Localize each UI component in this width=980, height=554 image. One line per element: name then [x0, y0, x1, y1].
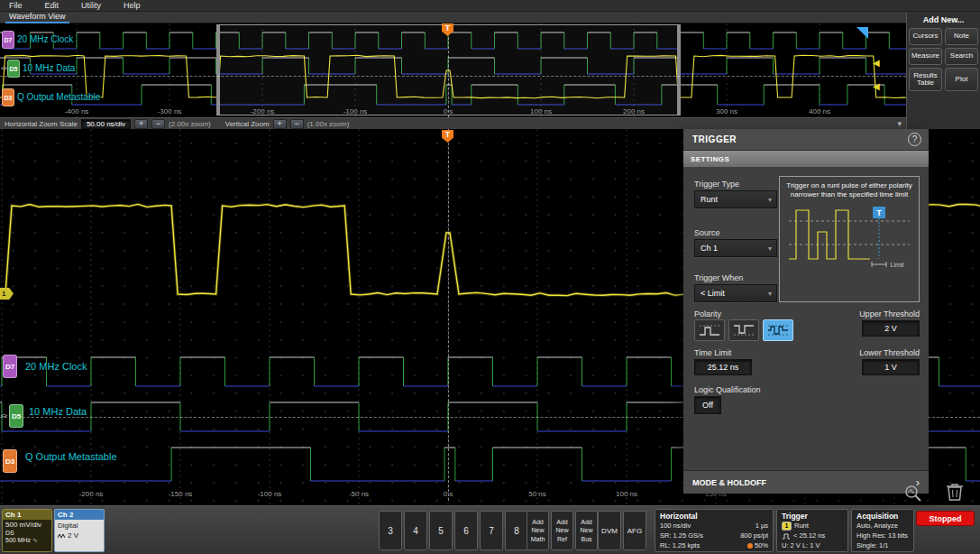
add-new-bus-button[interactable]: AddNewBus	[575, 511, 598, 550]
ch1-level-arrow-icon[interactable]	[873, 81, 880, 91]
measure-button[interactable]: Measure	[909, 48, 942, 65]
horizontal-zoom-value[interactable]: 50.00 ns/div	[81, 119, 131, 129]
stopped-button[interactable]: Stopped	[916, 511, 975, 526]
add-new-math-button[interactable]: AddNewMath	[527, 511, 549, 550]
polarity-positive-button[interactable]	[694, 319, 725, 341]
ch1-level-arrow-icon[interactable]	[873, 58, 880, 68]
trigger-status-panel[interactable]: Trigger 1Runt < 25.12 ns U: 2 V L: 1 V	[776, 509, 848, 552]
help-icon[interactable]: ?	[908, 133, 921, 146]
trigger-type-value: Runt	[794, 522, 809, 531]
horizontal-zoom-in-button[interactable]: +	[134, 119, 148, 129]
ch1-scale: 500 mV/div	[3, 520, 51, 529]
vertical-zoom-in-button[interactable]: +	[273, 119, 287, 129]
overview-badge-d7[interactable]: D7	[2, 31, 14, 49]
time-label: -100 ns	[258, 490, 282, 498]
ch2-name: Ch 2	[55, 510, 104, 520]
add-new-title: Add New...	[907, 15, 980, 24]
channel-3-button[interactable]: 3	[379, 511, 402, 550]
menu-help[interactable]: Help	[114, 1, 154, 10]
trigger-level-indicator-icon[interactable]	[856, 27, 868, 39]
time-label: 400 ns	[809, 107, 830, 115]
channel-8-button[interactable]: 8	[505, 511, 528, 550]
record-length: RL: 1.25 kpts	[660, 541, 703, 551]
time-label: -200 ns	[79, 490, 104, 498]
source-value: Ch 1	[701, 244, 718, 253]
position-value: 50%	[755, 541, 768, 549]
mode-holdoff-section[interactable]: MODE & HOLDOFF ›	[683, 470, 929, 494]
trigger-description-text: Trigger on a runt pulse of either polari…	[785, 181, 913, 200]
trigger-when-dropdown[interactable]: < Limit	[694, 284, 777, 302]
trigger-position-line	[448, 23, 449, 117]
trigger-thresholds: U: 2 V L: 1 V	[777, 541, 847, 551]
tab-waveform-view[interactable]: Waveform View	[5, 12, 69, 23]
upper-threshold-input[interactable]: 2 V	[862, 320, 920, 337]
zoom-overview-icon[interactable]	[903, 485, 923, 503]
main-label-data[interactable]: 10 MHz Data	[29, 406, 87, 417]
channel-5-button[interactable]: 5	[429, 511, 453, 550]
menu-file[interactable]: File	[0, 1, 36, 10]
note-button[interactable]: Note	[945, 28, 978, 45]
menu-edit[interactable]: Edit	[36, 1, 73, 10]
trigger-settings-panel: TRIGGER ? SETTINGS Trigger Type Runt Tri…	[683, 129, 929, 494]
ch2-mode: Digital	[55, 520, 104, 530]
channel-drag-handle[interactable]: <>	[1, 65, 6, 71]
main-badge-d3[interactable]: D3	[3, 449, 17, 473]
view-tab-bar: Waveform View	[0, 12, 980, 23]
source-dropdown[interactable]: Ch 1	[694, 239, 777, 257]
add-new-grid: Cursors Note Measure Search Results Tabl…	[907, 28, 980, 91]
polarity-label: Polarity	[694, 309, 721, 319]
overview-badge-d3[interactable]: D3	[2, 88, 14, 106]
trigger-condition: < 25.12 ns	[793, 531, 825, 541]
trigger-type-dropdown[interactable]: Runt	[694, 190, 777, 208]
channel-6-button[interactable]: 6	[454, 511, 478, 550]
main-label-clock[interactable]: 20 MHz Clock	[25, 361, 87, 372]
main-label-q-output[interactable]: Q Output Metastable	[25, 451, 117, 462]
results-table-button[interactable]: Results Table	[909, 68, 942, 91]
trash-icon[interactable]	[945, 481, 965, 503]
add-new-ref-button[interactable]: AddNewRef	[551, 511, 573, 550]
sample-rate: SR: 1.25 GS/s	[660, 531, 703, 541]
channel-4-button[interactable]: 4	[404, 511, 427, 550]
status-bar: Ch 1 500 mV/div DS 500 MHz Ch 2 Digital …	[0, 505, 980, 554]
polarity-either-button[interactable]	[763, 319, 793, 341]
ch1-status-tile[interactable]: Ch 1 500 mV/div DS 500 MHz	[2, 509, 52, 552]
label-line: New	[555, 526, 568, 534]
search-button[interactable]: Search	[945, 48, 978, 65]
time-limit-input[interactable]: 25.12 ns	[694, 359, 752, 375]
main-badge-d5[interactable]: D5	[9, 404, 23, 428]
acquisition-status-panel[interactable]: Acquisition Auto, Analyze High Res: 13 b…	[851, 509, 914, 552]
overview-waveform-strip[interactable]: T D7 20 MHz Clock <> D5 10 MHz Data D3 Q…	[0, 23, 906, 117]
menu-utility[interactable]: Utility	[72, 1, 114, 10]
horizontal-status-panel[interactable]: Horizontal 100 ns/div 1 µs SR: 1.25 GS/s…	[655, 509, 774, 552]
trigger-type-value: Runt	[701, 195, 718, 204]
vertical-zoom-out-button[interactable]: −	[290, 119, 304, 129]
time-label: 0 s	[444, 490, 453, 498]
label-line: New	[580, 526, 592, 534]
runt-negative-icon	[733, 323, 755, 337]
afg-button[interactable]: AFG	[623, 511, 646, 550]
overview-label-clock[interactable]: 20 MHz Clock	[17, 34, 73, 44]
label-line: Math	[531, 535, 545, 543]
main-badge-d7[interactable]: D7	[3, 355, 17, 378]
time-label: 200 ns	[623, 107, 645, 115]
horizontal-title: Horizontal	[655, 510, 773, 522]
logic-qualification-toggle[interactable]: Off	[694, 396, 721, 414]
runt-pulse-icon	[782, 532, 791, 540]
trigger-panel-title: TRIGGER	[692, 134, 737, 144]
trigger-position-line	[448, 129, 449, 501]
overview-label-data[interactable]: 10 MHz Data	[23, 63, 75, 73]
collapse-chevron-icon[interactable]: ▾	[897, 119, 902, 128]
cursors-button[interactable]: Cursors	[909, 28, 942, 45]
dvm-button[interactable]: DVM	[598, 511, 621, 550]
ch2-threshold: 2 V	[55, 530, 104, 540]
channel-7-button[interactable]: 7	[480, 511, 503, 550]
horizontal-zoom-out-button[interactable]: −	[151, 119, 165, 129]
overview-badge-d5[interactable]: D5	[7, 60, 20, 78]
overview-label-q-output[interactable]: Q Output Metastable	[17, 92, 100, 102]
channel-drag-handle[interactable]: <>	[1, 412, 6, 419]
ch2-status-tile[interactable]: Ch 2 Digital 2 V	[54, 509, 105, 552]
settings-section-header: SETTINGS	[683, 151, 929, 167]
polarity-negative-button[interactable]	[728, 319, 759, 341]
lower-threshold-input[interactable]: 1 V	[862, 359, 920, 375]
plot-button[interactable]: Plot	[945, 68, 978, 91]
